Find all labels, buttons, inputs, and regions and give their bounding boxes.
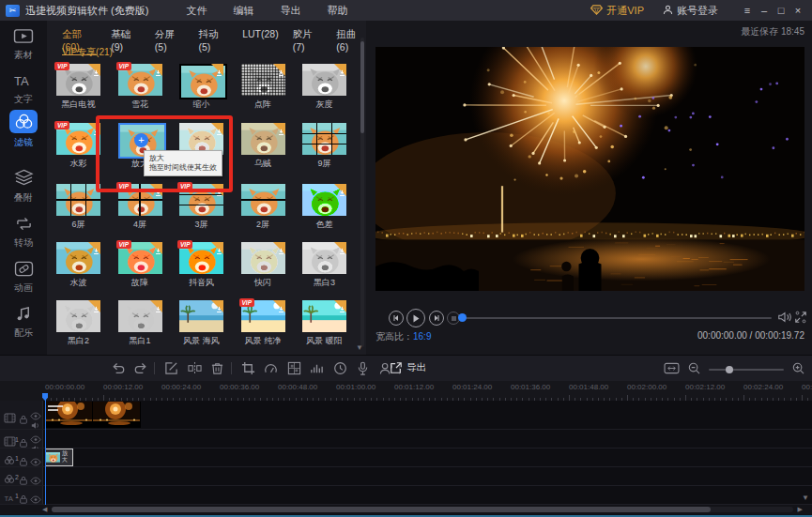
filter-clip[interactable]: 放大 [45, 449, 73, 466]
filter-item-色差[interactable] [302, 184, 346, 216]
video-preview[interactable] [375, 47, 804, 291]
filter-panel-scrollbar[interactable] [360, 38, 364, 347]
filter-item-水彩[interactable]: VIP [56, 123, 100, 155]
download-icon [155, 184, 161, 201]
svg-text:TA: TA [14, 74, 29, 88]
filter-item-2屏[interactable] [241, 184, 285, 216]
fit-timeline-icon[interactable] [664, 361, 680, 378]
scroll-left-icon[interactable]: ◀ [42, 505, 47, 514]
filter-item-故障[interactable]: VIP [118, 242, 162, 274]
filter-name: 故障 [118, 277, 162, 289]
menu-edit[interactable]: 编辑 [220, 4, 267, 18]
filter-item-风景 暖阳[interactable] [302, 300, 346, 332]
filter-item-灰度[interactable] [302, 64, 346, 96]
zoom-in-icon[interactable] [792, 361, 804, 378]
mosaic-icon[interactable] [287, 361, 301, 379]
crop-icon[interactable] [241, 361, 255, 379]
hscroll-thumb[interactable] [52, 507, 711, 512]
sidebar-item-animation[interactable]: 动画 [0, 261, 47, 295]
add-filter-icon[interactable]: + [134, 133, 148, 147]
split-icon[interactable] [188, 361, 202, 379]
vip-badge: VIP [116, 62, 131, 70]
tab-2[interactable]: 分屏(5) [155, 28, 185, 55]
filter-item-9屏[interactable] [302, 123, 346, 155]
filter-item-乌贼[interactable] [241, 123, 285, 155]
filter-item-4屏[interactable]: VIP [118, 184, 162, 216]
filter-item-点阵[interactable] [241, 64, 285, 96]
download-icon [93, 64, 100, 81]
menu-file[interactable]: 文件 [173, 4, 220, 18]
lock-icon[interactable] [19, 411, 28, 428]
audio-icon[interactable] [310, 361, 324, 379]
account-login-button[interactable]: 账号登录 [663, 4, 718, 18]
progress-bar[interactable] [462, 317, 772, 319]
next-frame-button[interactable] [429, 311, 444, 326]
sidebar-item-overlay[interactable]: 叠附 [0, 169, 47, 205]
sidebar-item-material[interactable]: 素材 [0, 28, 47, 62]
filter-item-快闪[interactable] [241, 242, 285, 274]
filter-item-雪花[interactable]: VIP [118, 64, 162, 96]
hscroll-track[interactable] [52, 507, 793, 512]
previous-frame-button[interactable] [389, 311, 404, 326]
export-button[interactable]: 导出 [390, 361, 426, 374]
filter-item-黑白2[interactable] [56, 300, 100, 332]
filter-name: 4屏 [118, 219, 162, 231]
edit-icon[interactable] [164, 361, 178, 379]
filter-name: 快闪 [241, 277, 285, 289]
volume-icon[interactable] [777, 311, 792, 327]
filter-item-缩小[interactable] [179, 64, 223, 96]
tab-1[interactable]: 基础(9) [111, 28, 141, 55]
detach-icon[interactable] [794, 311, 807, 327]
sidebar-item-transition[interactable]: 转场 [0, 216, 47, 250]
zoom-slider-handle[interactable] [726, 366, 733, 373]
tracks-scroll-down-icon[interactable]: ▼ [802, 494, 809, 502]
filter-item-黑白3[interactable] [302, 242, 346, 274]
filter-item-风景 海风[interactable] [179, 300, 223, 332]
ruler-label: 00:01:48.00 [569, 383, 608, 391]
filter-item-黑白1[interactable] [118, 300, 162, 332]
redo-icon[interactable] [134, 361, 148, 379]
aspect-ratio-value[interactable]: 16:9 [413, 331, 431, 342]
filter-item-风景 纯净[interactable]: VIP [241, 300, 285, 332]
filter-item-3屏[interactable]: VIP [179, 184, 223, 216]
filter-item-黑白电视[interactable]: VIP [56, 64, 100, 96]
menu-help[interactable]: 帮助 [314, 4, 360, 18]
undo-icon[interactable] [111, 361, 125, 379]
video-clip[interactable] [45, 402, 141, 428]
open-vip-button[interactable]: 开通VIP [590, 4, 644, 18]
tab-4[interactable]: LUT(28) [242, 28, 279, 55]
overlay-icon [0, 169, 47, 189]
maximize-button[interactable]: □ [773, 5, 789, 16]
close-button[interactable]: × [789, 5, 806, 16]
sidebar-item-music[interactable]: 配乐 [0, 306, 47, 340]
tab-5[interactable]: 胶片(7) [293, 28, 323, 55]
delete-icon[interactable] [210, 361, 224, 379]
vip-badge: VIP [54, 62, 69, 70]
speed-icon[interactable] [264, 361, 278, 379]
filter-item-6屏[interactable] [56, 184, 100, 216]
minimize-button[interactable]: – [756, 5, 773, 16]
scroll-down-icon[interactable]: ▼ [356, 343, 363, 352]
timeline-hscrollbar: ◀ ▶ [0, 505, 812, 514]
record-icon[interactable] [356, 361, 370, 379]
duration-icon[interactable] [333, 361, 347, 379]
filter-item-抖音风[interactable]: VIP [179, 242, 223, 274]
material-icon [0, 28, 47, 46]
scroll-right-icon[interactable]: ▶ [798, 505, 803, 514]
filter-item-水波[interactable] [56, 242, 100, 274]
ruler-label: 00:00:24.00 [161, 383, 201, 391]
window-menu-button[interactable]: ≡ [739, 5, 756, 16]
sidebar-item-text[interactable]: TA文字 [0, 73, 47, 106]
menu-export[interactable]: 导出 [267, 4, 314, 18]
play-button[interactable] [406, 309, 425, 327]
filter-clip-label: 放大 [62, 450, 69, 464]
ruler-label: 00:01:36.00 [511, 383, 550, 391]
vip-badge: VIP [116, 182, 131, 190]
timeline-zoom-slider[interactable] [709, 369, 784, 371]
zoom-out-icon[interactable] [688, 361, 700, 378]
progress-handle[interactable] [458, 313, 467, 322]
download-icon [339, 242, 345, 259]
tab-3[interactable]: 抖动(5) [198, 28, 228, 55]
sidebar-item-filter[interactable]: 滤镜 [0, 110, 47, 149]
timeline-ruler[interactable]: 00:00:00.0000:00:12.0000:00:24.0000:00:3… [0, 381, 812, 401]
